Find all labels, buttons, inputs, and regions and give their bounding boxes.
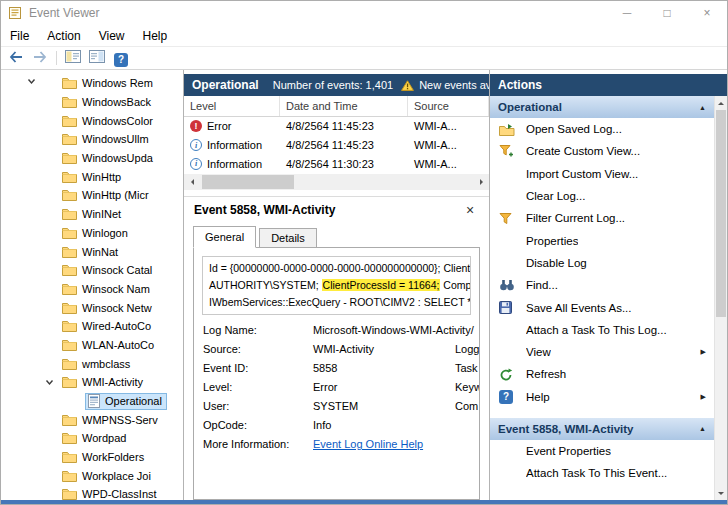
action-clear-log[interactable]: Clear Log... xyxy=(490,185,714,207)
menu-help[interactable]: Help xyxy=(134,29,177,43)
tree-item-winsock-netw[interactable]: Winsock Netw xyxy=(1,298,183,317)
action-event-properties[interactable]: Event Properties xyxy=(490,440,714,462)
folder-icon xyxy=(62,96,77,108)
tree-item-wmbclass[interactable]: wmbclass xyxy=(1,354,183,373)
field-second-column-label: Task xyxy=(455,362,478,374)
tree-item-winsock-nam[interactable]: Winsock Nam xyxy=(1,280,183,299)
open-log-icon xyxy=(499,123,517,136)
event-list-hscrollbar[interactable] xyxy=(184,174,489,190)
tree-item-workfolders[interactable]: WorkFolders xyxy=(1,448,183,467)
tree-item-workplace-joi[interactable]: Workplace Joi xyxy=(1,466,183,485)
expanded-chevron-icon[interactable] xyxy=(45,378,59,387)
minimize-button[interactable]: ─ xyxy=(607,1,647,25)
event-log-online-help-link[interactable]: Event Log Online Help xyxy=(313,438,423,450)
folder-icon xyxy=(62,227,77,239)
close-button[interactable]: × xyxy=(687,1,727,25)
hscroll-thumb[interactable] xyxy=(202,175,294,189)
column-date-and-time[interactable]: Date and Time xyxy=(280,96,408,116)
vscroll-thumb[interactable] xyxy=(716,110,726,317)
tree-item-label: Winlogon xyxy=(82,227,128,239)
folder-icon xyxy=(62,302,77,314)
field-second-column-label: Logg xyxy=(455,343,479,355)
section-header-operational[interactable]: Operational▲ xyxy=(490,96,714,118)
help-toolbar-button[interactable]: ? xyxy=(110,48,132,68)
event-description-box[interactable]: Id = {00000000-0000-0000-0000-0000000000… xyxy=(202,256,471,315)
forward-button[interactable] xyxy=(29,48,51,68)
vscroll-track[interactable] xyxy=(715,110,727,486)
tree-item-wired-autoco[interactable]: Wired-AutoCo xyxy=(1,317,183,336)
action-attach-a-task-to-this-log[interactable]: Attach a Task To This Log... xyxy=(490,319,714,341)
tree-item-wordpad[interactable]: Wordpad xyxy=(1,429,183,448)
event-row-information-4-8-2564-11-30-23[interactable]: iInformation4/8/2564 11:30:23WMI-A... xyxy=(184,154,489,173)
menu-view[interactable]: View xyxy=(90,29,134,43)
scroll-right-button[interactable] xyxy=(473,174,489,190)
collapse-section-icon[interactable]: ▲ xyxy=(699,104,706,111)
tree-item-windowsback[interactable]: WindowsBack xyxy=(1,93,183,112)
tab-general[interactable]: General xyxy=(193,226,256,248)
scroll-down-button[interactable] xyxy=(715,486,727,500)
action-attach-task-to-this-event[interactable]: Attach Task To This Event... xyxy=(490,462,714,484)
collapse-section-icon[interactable]: ▲ xyxy=(699,425,706,432)
event-row-information-4-8-2564-11-45-23[interactable]: iInformation4/8/2564 11:45:23WMI-A... xyxy=(184,136,489,155)
action-find[interactable]: Find... xyxy=(490,274,714,296)
menu-file[interactable]: File xyxy=(1,29,38,43)
field-value: SYSTEM xyxy=(313,400,358,412)
scroll-left-button[interactable] xyxy=(184,174,200,190)
action-filter-current-log[interactable]: Filter Current Log... xyxy=(490,207,714,229)
tree-item-label: WinHttp (Micr xyxy=(82,189,149,201)
close-detail-button[interactable]: × xyxy=(461,202,479,218)
tree-item-winlogon[interactable]: Winlogon xyxy=(1,224,183,243)
tree-item-winhttp[interactable]: WinHttp xyxy=(1,167,183,186)
tree-item-label: WindowsUllm xyxy=(82,133,149,145)
tree-item-label: WMI-Activity xyxy=(82,376,143,388)
back-button[interactable] xyxy=(5,48,27,68)
tree-item-label: WindowsBack xyxy=(82,96,151,108)
folder-icon xyxy=(62,358,77,370)
hscroll-track[interactable] xyxy=(200,174,473,190)
field-label: Source: xyxy=(203,343,313,355)
action-view[interactable]: View▶ xyxy=(490,341,714,363)
action-disable-log[interactable]: Disable Log xyxy=(490,252,714,274)
maximize-button[interactable]: □ xyxy=(647,1,687,25)
parent-expanded-chevron-icon[interactable] xyxy=(27,77,36,86)
event-row-error-4-8-2564-11-45-23[interactable]: !Error4/8/2564 11:45:23WMI-A... xyxy=(184,117,489,136)
scroll-up-button[interactable] xyxy=(715,96,727,110)
tree-item-windowsupda[interactable]: WindowsUpda xyxy=(1,149,183,168)
tree-item-wmpnss-serv[interactable]: WMPNSS-Serv xyxy=(1,410,183,429)
tree-item-wininet[interactable]: WinINet xyxy=(1,205,183,224)
tree-item-wmi-activity[interactable]: WMI-Activity xyxy=(1,373,183,392)
action-refresh[interactable]: Refresh xyxy=(490,363,714,385)
show-hide-action-pane-button[interactable] xyxy=(86,48,108,68)
action-open-saved-log[interactable]: Open Saved Log... xyxy=(490,118,714,140)
action-create-custom-view[interactable]: Create Custom View... xyxy=(490,140,714,162)
action-save-all-events-as[interactable]: Save All Events As... xyxy=(490,296,714,318)
section-header-event-5858-wmi-activity[interactable]: Event 5858, WMI-Activity▲ xyxy=(490,418,714,440)
folder-icon xyxy=(62,115,77,127)
tree-item-windowscolor[interactable]: WindowsColor xyxy=(1,111,183,130)
menu-action[interactable]: Action xyxy=(38,29,89,43)
tree-item-wlan-autoco[interactable]: WLAN-AutoCo xyxy=(1,336,183,355)
tab-details[interactable]: Details xyxy=(259,228,317,248)
action-properties[interactable]: Properties xyxy=(490,229,714,251)
action-label: Filter Current Log... xyxy=(526,212,625,224)
highlighted-client-process-id: ClientProcessId = 11664; xyxy=(322,279,441,291)
save-icon xyxy=(499,301,517,314)
filter-icon xyxy=(499,212,517,225)
tree-item-label: WinHttp xyxy=(82,171,121,183)
column-level[interactable]: Level xyxy=(184,96,280,116)
tree-item-winsock-catal[interactable]: Winsock Catal xyxy=(1,261,183,280)
tree-item-operational[interactable]: Operational xyxy=(1,392,183,411)
action-import-custom-view[interactable]: Import Custom View... xyxy=(490,163,714,185)
show-hide-console-tree-button[interactable] xyxy=(62,48,84,68)
info-icon: i xyxy=(190,139,202,151)
tree-item-windowsullm[interactable]: WindowsUllm xyxy=(1,130,183,149)
description-line-3: IWbemServices::ExecQuery - ROOT\CIMV2 : … xyxy=(209,294,464,311)
folder-icon xyxy=(62,283,77,295)
tree-item-winnat[interactable]: WinNat xyxy=(1,242,183,261)
column-source[interactable]: Source xyxy=(408,96,489,116)
action-label: Event Properties xyxy=(526,445,611,457)
action-help[interactable]: ?Help▶ xyxy=(490,386,714,408)
actions-scrollbar[interactable] xyxy=(714,96,727,500)
tree-item-wpd-classinst[interactable]: WPD-ClassInst xyxy=(1,485,183,500)
tree-item-winhttp-micr[interactable]: WinHttp (Micr xyxy=(1,186,183,205)
